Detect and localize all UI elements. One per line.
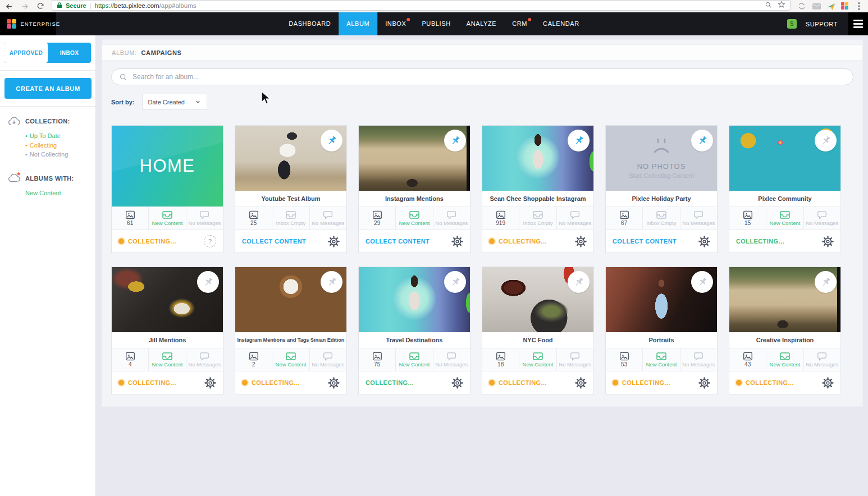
avatar[interactable]: S	[787, 19, 797, 29]
filter-up-to-date[interactable]: •Up To Date	[25, 131, 89, 141]
messages-status: No Messages	[804, 207, 840, 229]
gear-icon[interactable]	[451, 236, 463, 247]
collect-action[interactable]: COLLECTING...	[489, 238, 547, 245]
url-bar[interactable]: Secure | https://beta.pixlee.com/app#alb…	[52, 0, 791, 11]
album-card[interactable]: Sean Chee Shoppable Instagram 919 Inbox …	[482, 125, 594, 253]
zoom-search-icon[interactable]	[765, 1, 772, 11]
collect-action[interactable]: COLLECTING...	[489, 379, 547, 386]
album-card[interactable]: HOME 61 New Content No Messages COLLECTI…	[111, 125, 223, 253]
lock-icon	[57, 1, 62, 11]
create-album-button[interactable]: CREATE AN ALBUM	[4, 78, 92, 99]
refresh-icon[interactable]	[36, 2, 45, 11]
nav-tab-analyze[interactable]: ANALYZE	[459, 12, 505, 35]
forward-icon[interactable]	[20, 2, 29, 11]
hamburger-icon[interactable]	[848, 12, 868, 35]
browser-menu-icon[interactable]	[855, 2, 864, 11]
toggle-inbox[interactable]: INBOX	[48, 43, 91, 63]
album-thumbnail[interactable]: NO PHOTOSStart Collecting Content	[606, 126, 717, 191]
album-thumbnail[interactable]	[729, 126, 840, 191]
gear-icon[interactable]	[822, 377, 834, 389]
album-card[interactable]: Travel Destinations 75 New Content No Me…	[358, 267, 470, 394]
collect-action[interactable]: COLLECTING...	[242, 379, 300, 386]
album-thumbnail[interactable]	[729, 267, 840, 332]
sort-dropdown[interactable]: Date Created	[142, 94, 207, 110]
album-thumbnail[interactable]	[482, 126, 593, 191]
nav-tab-inbox[interactable]: INBOX	[377, 12, 414, 35]
album-card[interactable]: NO PHOTOSStart Collecting ContentPixlee …	[605, 125, 718, 253]
inbox-status: Inbox Empty	[519, 207, 556, 229]
pushpin-icon[interactable]	[691, 271, 713, 293]
extension-recycle-icon[interactable]	[797, 2, 806, 11]
bookmark-star-icon[interactable]	[778, 1, 785, 11]
album-stats: 25 Inbox Empty No Messages	[235, 206, 346, 229]
album-thumbnail[interactable]	[235, 267, 346, 332]
gear-icon[interactable]	[328, 377, 340, 389]
collect-action[interactable]: COLLECTING...	[736, 379, 794, 386]
extension-plane-icon[interactable]	[826, 2, 835, 11]
gear-icon[interactable]	[698, 236, 710, 247]
collect-action[interactable]: COLLECTING...	[613, 379, 670, 386]
nav-tab-album[interactable]: ALBUM	[339, 12, 377, 35]
toggle-approved[interactable]: APPROVED	[4, 43, 48, 63]
inbox-status: New Content	[766, 348, 803, 371]
collect-action[interactable]: COLLECT CONTENT	[613, 238, 677, 245]
extension-mail-icon[interactable]	[812, 2, 821, 11]
album-thumbnail[interactable]	[606, 267, 717, 332]
new-content-link[interactable]: New Content	[25, 190, 89, 196]
album-card[interactable]: NYC Food 18 New Content No Messages COLL…	[482, 267, 594, 394]
pushpin-icon[interactable]	[321, 130, 342, 151]
nav-tab-publish[interactable]: PUBLISH	[414, 12, 458, 35]
picture-icon	[372, 210, 382, 219]
back-icon[interactable]	[4, 2, 13, 11]
gear-icon[interactable]	[328, 236, 340, 247]
collect-action[interactable]: COLLECTING...	[366, 379, 414, 386]
collect-action[interactable]: COLLECT CONTENT	[242, 238, 306, 245]
gear-icon[interactable]	[575, 236, 587, 247]
album-card[interactable]: Creative Inspiration 43 New Content No M…	[729, 267, 841, 394]
support-link[interactable]: SUPPORT	[806, 21, 838, 27]
album-card[interactable]: Youtube Test Album 25 Inbox Empty No Mes…	[235, 125, 347, 253]
gear-icon[interactable]	[451, 377, 463, 389]
gear-icon[interactable]	[204, 377, 216, 389]
search-input[interactable]	[133, 73, 846, 81]
filter-not-collecting[interactable]: •Not Collecting	[25, 150, 89, 159]
inbox-tray-icon	[656, 352, 667, 361]
album-thumbnail[interactable]	[359, 267, 470, 332]
pushpin-icon[interactable]	[444, 130, 466, 151]
pushpin-icon[interactable]	[815, 130, 837, 151]
album-card[interactable]: Instagram Mentions 29 New Content No Mes…	[358, 125, 470, 253]
collect-action[interactable]: COLLECTING...	[118, 379, 176, 386]
album-thumbnail[interactable]	[482, 267, 593, 332]
question-icon[interactable]: ?	[204, 235, 216, 247]
extension-pixlee-icon[interactable]	[841, 2, 849, 10]
album-card[interactable]: Jill Mentions 4 New Content No Messages …	[111, 267, 223, 394]
album-card[interactable]: Pixlee Community 15 New Content No Messa…	[729, 125, 841, 253]
divider	[0, 70, 95, 71]
filter-collecting[interactable]: •Collecting	[25, 141, 89, 150]
collect-action[interactable]: COLLECTING...	[118, 238, 176, 245]
pushpin-icon[interactable]	[444, 271, 466, 293]
nav-tab-dashboard[interactable]: DASHBOARD	[281, 12, 339, 35]
collect-action[interactable]: COLLECTING...	[736, 238, 784, 245]
pushpin-icon[interactable]	[568, 130, 590, 151]
inbox-status: New Content	[396, 348, 433, 371]
album-card[interactable]: Portraits 53 New Content No Messages COL…	[605, 267, 718, 394]
album-thumbnail[interactable]	[112, 267, 223, 332]
gear-icon[interactable]	[698, 377, 710, 389]
brand-logo[interactable]: ENTERPRISE	[0, 12, 56, 35]
pushpin-icon[interactable]	[568, 271, 590, 293]
card-footer: COLLECTING...	[729, 229, 840, 252]
nav-tab-calendar[interactable]: CALENDAR	[535, 12, 587, 35]
pushpin-icon[interactable]	[321, 271, 342, 293]
album-thumbnail[interactable]	[235, 126, 346, 191]
album-card[interactable]: Instagram Mentions and Tags Sinian Editi…	[235, 267, 347, 394]
album-thumbnail[interactable]	[359, 126, 470, 191]
nav-tab-crm[interactable]: CRM	[504, 12, 535, 35]
album-thumbnail[interactable]: HOME	[112, 126, 223, 206]
pushpin-icon[interactable]	[197, 271, 219, 293]
pushpin-icon[interactable]	[815, 271, 837, 293]
gear-icon[interactable]	[575, 377, 587, 389]
collect-action[interactable]: COLLECT CONTENT	[366, 238, 430, 245]
gear-icon[interactable]	[822, 236, 834, 247]
pushpin-icon[interactable]	[691, 130, 713, 151]
